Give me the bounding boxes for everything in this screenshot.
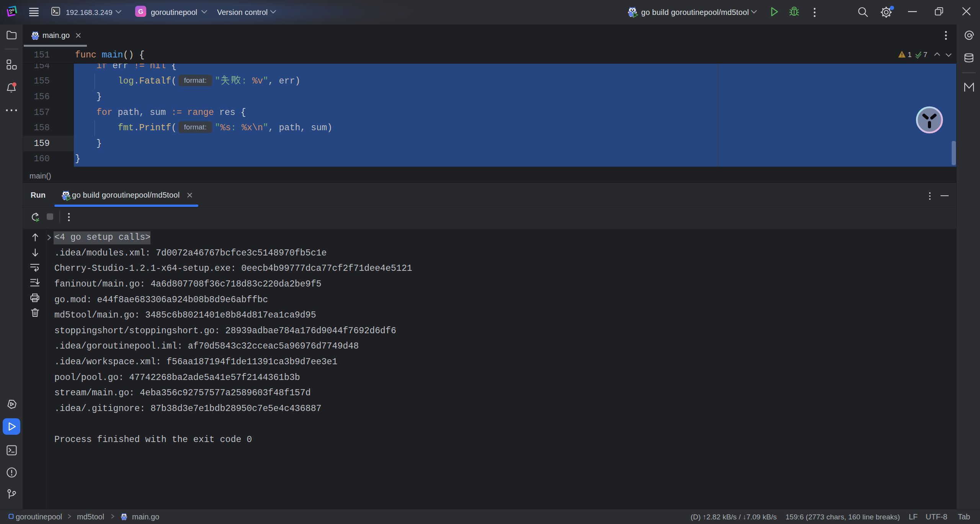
svg-text:G: G	[138, 8, 143, 15]
svg-text:7: 7	[923, 51, 928, 59]
svg-text:1: 1	[908, 51, 912, 59]
